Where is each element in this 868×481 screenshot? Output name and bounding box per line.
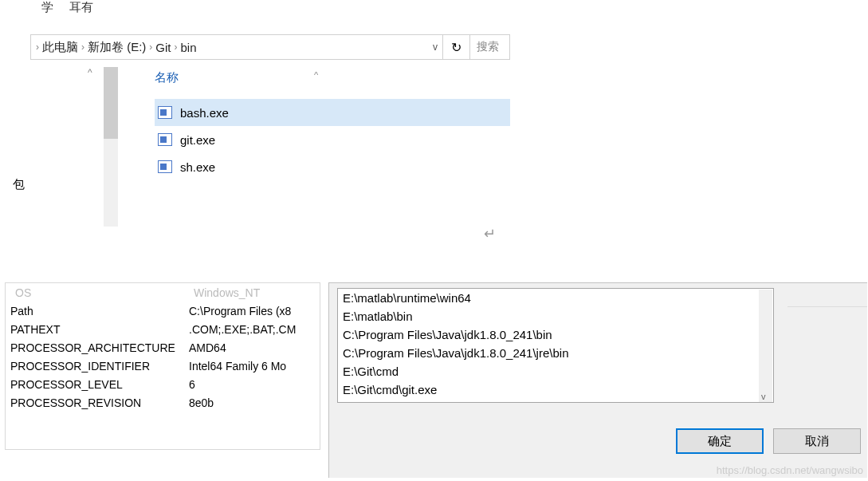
path-entries-list[interactable]: E:\matlab\runtime\win64 E:\matlab\bin C:… [337, 288, 774, 403]
list-item[interactable]: C:\Program Files\Java\jdk1.8.0_241\bin [338, 325, 773, 344]
cancel-button[interactable]: 取消 [773, 428, 861, 454]
explorer-tabs: 学 耳有 [30, 0, 510, 19]
nav-item[interactable]: 包 [13, 177, 25, 192]
chevron-down-icon[interactable]: v [761, 392, 766, 401]
address-dropdown-icon[interactable]: v [433, 41, 438, 53]
table-row[interactable]: PROCESSOR_REVISION 8e0b [6, 393, 320, 412]
env-val: C:\Program Files (x8 [189, 305, 320, 317]
exe-file-icon [158, 133, 172, 146]
search-input[interactable]: 搜索 [470, 34, 510, 60]
exe-file-icon [158, 160, 172, 173]
exe-file-icon [158, 106, 172, 119]
env-key: Path [6, 305, 189, 317]
env-val: .COM;.EXE;.BAT;.CM [189, 323, 320, 336]
dialog-side-panel [787, 283, 867, 307]
file-row[interactable]: bash.exe [155, 99, 510, 126]
sort-caret-icon: ^ [314, 70, 318, 80]
return-icon: ↵ [484, 225, 496, 242]
chevron-right-icon: › [36, 41, 39, 53]
chevron-right-icon: › [149, 41, 152, 53]
chevron-right-icon: › [81, 41, 84, 53]
address-row: › 此电脑 › 新加卷 (E:) › Git › bin v ↻ 搜索 [30, 34, 510, 61]
breadcrumb-item[interactable]: bin [181, 41, 197, 54]
file-list: 名称 ^ bash.exe git.exe sh.exe [118, 65, 510, 180]
table-row[interactable]: PROCESSOR_ARCHITECTURE AMD64 [6, 338, 320, 357]
list-item[interactable]: C:\Program Files\Java\jdk1.8.0_241\jre\b… [338, 344, 773, 362]
nav-pane: ^ 包 [30, 65, 118, 180]
explorer-body: ^ 包 名称 ^ bash.exe git.exe sh.exe [30, 65, 510, 180]
file-name: sh.exe [180, 160, 215, 174]
column-header-label: 名称 [155, 70, 179, 85]
env-key: PROCESSOR_ARCHITECTURE [6, 341, 189, 354]
env-key: PROCESSOR_LEVEL [6, 378, 189, 391]
column-header-name[interactable]: 名称 ^ [155, 65, 510, 89]
env-val: Windows_NT [194, 286, 320, 299]
table-row[interactable]: OS Windows_NT [6, 283, 320, 302]
refresh-icon: ↻ [451, 40, 461, 55]
list-item[interactable]: E:\Git\cmd [338, 362, 773, 380]
dialog-buttons: 确定 取消 [676, 428, 861, 454]
file-name: bash.exe [180, 106, 229, 120]
table-row[interactable]: PROCESSOR_IDENTIFIER Intel64 Family 6 Mo [6, 357, 320, 375]
file-row[interactable]: git.exe [155, 126, 510, 153]
breadcrumb-item[interactable]: 此电脑 [42, 40, 78, 55]
env-vars-list[interactable]: OS Windows_NT Path C:\Program Files (x8 … [5, 282, 320, 450]
env-val: 6 [189, 378, 320, 391]
env-key: PATHEXT [6, 323, 189, 336]
breadcrumb-item[interactable]: 新加卷 (E:) [88, 40, 146, 55]
file-explorer-window: 学 耳有 › 此电脑 › 新加卷 (E:) › Git › bin v ↻ 搜索… [30, 0, 510, 271]
path-scrollbar[interactable]: v [759, 290, 772, 403]
env-key: PROCESSOR_REVISION [6, 396, 189, 409]
file-name: git.exe [180, 133, 215, 147]
refresh-button[interactable]: ↻ [443, 34, 470, 60]
table-row[interactable]: PROCESSOR_LEVEL 6 [6, 375, 320, 393]
scrollbar-thumb[interactable] [104, 67, 118, 139]
breadcrumb-bar[interactable]: › 此电脑 › 新加卷 (E:) › Git › bin v [30, 34, 443, 60]
search-placeholder: 搜索 [477, 40, 499, 54]
list-item[interactable]: E:\matlab\runtime\win64 [338, 289, 773, 307]
watermark-text: https://blog.csdn.net/wangwsibo [717, 464, 863, 476]
breadcrumb-item[interactable]: Git [155, 41, 171, 54]
chevron-right-icon: › [175, 41, 178, 53]
table-row[interactable]: Path C:\Program Files (x8 [6, 302, 320, 320]
env-val: AMD64 [189, 341, 320, 354]
tab-item[interactable]: 耳有 [69, 0, 93, 15]
nav-scrollbar[interactable] [104, 67, 118, 227]
env-val: 8e0b [189, 396, 320, 409]
chevron-up-icon[interactable]: ^ [88, 67, 92, 78]
list-item[interactable]: E:\Git\cmd\git.exe [338, 380, 773, 399]
env-key: PROCESSOR_IDENTIFIER [6, 360, 189, 373]
ok-button[interactable]: 确定 [676, 428, 764, 454]
edit-path-dialog: E:\matlab\runtime\win64 E:\matlab\bin C:… [328, 282, 867, 478]
env-key: OS [10, 286, 194, 299]
tab-item[interactable]: 学 [41, 0, 53, 15]
list-item[interactable]: E:\matlab\bin [338, 307, 773, 325]
file-row[interactable]: sh.exe [155, 153, 510, 180]
env-val: Intel64 Family 6 Mo [189, 360, 320, 373]
table-row[interactable]: PATHEXT .COM;.EXE;.BAT;.CM [6, 320, 320, 338]
